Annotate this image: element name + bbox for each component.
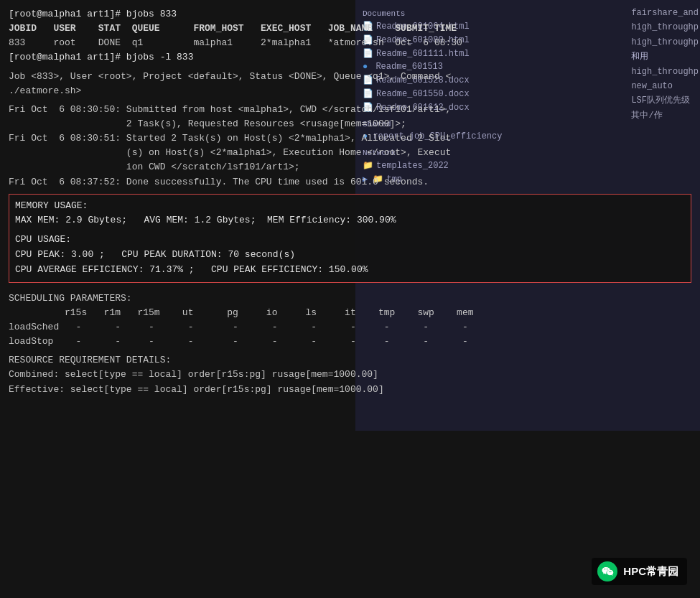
line-tasks: 2 Task(s), Requested Resources <rusage[m… xyxy=(9,117,691,131)
line-sched-label: SCHEDULING PARAMETERS: xyxy=(9,291,691,306)
terminal-output: [root@malpha1 art1]# bjobs 833 JOBID USE… xyxy=(9,7,691,397)
line-job-info1: Job <833>, User <root>, Project <default… xyxy=(9,70,691,84)
line-effective: Effective: select[type == local] order[r… xyxy=(9,383,691,397)
line-bjobs-l: [root@malpha1 art1]# bjobs -l 833 xyxy=(9,50,691,65)
line-started: Fri Oct 6 08:30:51: Started 2 Task(s) on… xyxy=(9,131,691,146)
line-cwd: ion CWD </scratch/lsf101/art1>; xyxy=(9,160,691,174)
line-bjobs: [root@malpha1 art1]# bjobs 833 xyxy=(9,7,691,22)
line-resource-label: RESOURCE REQUIREMENT DETAILS: xyxy=(9,353,691,368)
line-done: Fri Oct 6 08:37:52: Done successfully. T… xyxy=(9,175,691,190)
wechat-icon xyxy=(597,561,617,581)
line-slots: (s) on Host(s) <2*malpha1>, Execution Ho… xyxy=(9,146,691,160)
wechat-label: HPC常青园 xyxy=(623,565,678,579)
line-header: JOBID USER STAT QUEUE FROM_HOST EXEC_HOS… xyxy=(9,22,691,36)
mem-usage-label: MEMORY USAGE: xyxy=(15,199,685,214)
line-job: 833 root DONE q1 malpha1 2*malpha1 *atmo… xyxy=(9,36,691,50)
wechat-badge: HPC常青园 xyxy=(592,558,687,585)
line-loadstop: loadStop - - - - - - - - - - - xyxy=(9,335,691,349)
cpu-usage-label: CPU USAGE: xyxy=(15,233,685,248)
cpu-peak-line: CPU PEAK: 3.00 ; CPU PEAK DURATION: 70 s… xyxy=(15,248,685,263)
mem-usage-values: MAX MEM: 2.9 Gbytes; AVG MEM: 1.2 Gbytes… xyxy=(15,213,685,228)
line-loadsched: loadSched - - - - - - - - - - - xyxy=(9,320,691,335)
line-sched-header: r15s r1m r15m ut pg io ls it tmp swp mem xyxy=(9,306,691,320)
line-combined: Combined: select[type == local] order[r1… xyxy=(9,368,691,382)
cpu-efficiency-line: CPU AVERAGE EFFICIENCY: 71.37% ; CPU PEA… xyxy=(15,263,685,278)
usage-box: MEMORY USAGE: MAX MEM: 2.9 Gbytes; AVG M… xyxy=(9,194,691,283)
line-job-info2: ./eatmore.sh> xyxy=(9,84,691,98)
line-submitted: Fri Oct 6 08:30:50: Submitted from host … xyxy=(9,103,691,117)
